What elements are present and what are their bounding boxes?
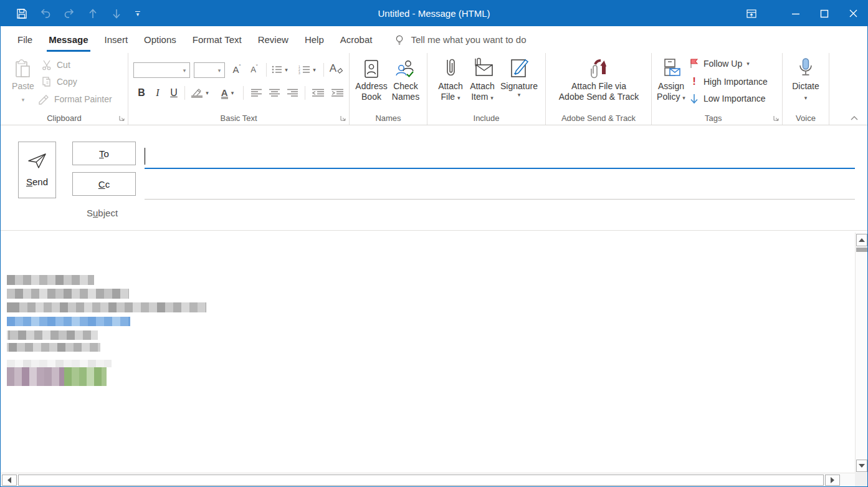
align-left-button[interactable]: [248, 85, 264, 100]
increase-indent-button[interactable]: [328, 85, 346, 100]
align-right-button[interactable]: [284, 85, 300, 100]
text-caret: [145, 148, 145, 165]
font-color-button[interactable]: A ▾: [216, 85, 239, 100]
tab-message[interactable]: Message: [41, 26, 96, 53]
vertical-scrollbar[interactable]: [855, 233, 867, 473]
clear-formatting-button[interactable]: A: [327, 61, 346, 75]
tags-dialog-launcher-icon[interactable]: [772, 114, 780, 122]
font-name-combo[interactable]: ▾: [133, 62, 190, 78]
copy-icon: [41, 76, 53, 87]
scroll-down-button[interactable]: [856, 460, 867, 472]
voice-group-label: Voice: [783, 113, 829, 123]
undo-icon[interactable]: [38, 6, 53, 21]
signature-button[interactable]: Signature ▾: [498, 57, 540, 98]
underline-button[interactable]: U: [167, 85, 181, 100]
paste-button: Paste ▾: [9, 57, 37, 103]
scroll-right-icon: [831, 477, 834, 483]
include-group-label: Include: [427, 113, 545, 123]
numbering-button[interactable]: 123 ▾: [295, 62, 319, 77]
check-names-icon: [395, 57, 416, 80]
send-button[interactable]: Send: [18, 142, 56, 198]
adobe-attach-label-1: Attach File via: [571, 81, 626, 92]
tab-options[interactable]: Options: [136, 26, 184, 53]
grow-font-button[interactable]: Aˆ: [229, 62, 245, 77]
format-painter-button: Format Painter: [38, 94, 112, 105]
clipboard-dialog-launcher-icon[interactable]: [118, 114, 126, 122]
signature-icon: [508, 57, 530, 80]
low-importance-button[interactable]: Low Importance: [689, 93, 766, 104]
ribbon: Paste ▾ Cut Copy: [1, 53, 867, 125]
check-names-label-2: Names: [392, 92, 419, 102]
to-input[interactable]: [145, 145, 855, 169]
message-header: Send To Cc Subject: [1, 125, 867, 231]
tab-insert[interactable]: Insert: [97, 26, 136, 53]
decrease-indent-button[interactable]: [309, 85, 327, 100]
message-body[interactable]: [1, 231, 867, 473]
horizontal-scrollbar[interactable]: [1, 473, 855, 486]
attach-item-button[interactable]: Attach Item ▾: [467, 57, 497, 102]
save-icon[interactable]: [14, 6, 29, 21]
maximize-button[interactable]: [810, 1, 839, 26]
low-importance-icon: [689, 93, 699, 104]
font-size-combo[interactable]: ▾: [194, 62, 225, 78]
redo-icon[interactable]: [62, 6, 77, 21]
cut-icon: [41, 59, 53, 70]
font-color-icon: A: [221, 87, 228, 99]
italic-icon: I: [156, 87, 159, 99]
highlight-color-button[interactable]: ▾: [189, 85, 211, 100]
previous-item-icon[interactable]: [85, 6, 100, 21]
align-center-button[interactable]: [266, 85, 282, 100]
names-group-label: Names: [350, 113, 427, 123]
bold-button[interactable]: B: [135, 85, 148, 100]
tab-acrobat[interactable]: Acrobat: [332, 26, 381, 53]
scroll-left-button[interactable]: [2, 475, 17, 486]
follow-up-button[interactable]: Follow Up ▾: [689, 58, 750, 69]
subject-input[interactable]: [145, 203, 855, 224]
basic-text-group-label: Basic Text: [128, 113, 349, 123]
horizontal-scroll-thumb[interactable]: [18, 475, 824, 486]
to-button[interactable]: To: [72, 142, 136, 165]
minimize-button[interactable]: [781, 1, 810, 26]
collapse-ribbon-icon[interactable]: [850, 115, 859, 121]
scroll-right-button[interactable]: [825, 475, 840, 486]
next-item-icon[interactable]: [109, 6, 124, 21]
check-names-button[interactable]: Check Names: [389, 57, 422, 102]
clipboard-group-label: Clipboard: [1, 113, 128, 123]
ribbon-display-options-icon[interactable]: [733, 1, 770, 26]
assign-policy-label-1: Assign: [658, 81, 684, 92]
cc-input[interactable]: [145, 176, 855, 200]
subject-label: Subject: [87, 208, 118, 218]
scroll-up-icon: [859, 238, 865, 242]
scroll-up-button[interactable]: [856, 234, 867, 246]
tab-help[interactable]: Help: [297, 26, 332, 53]
customize-qat-icon[interactable]: ▾: [135, 11, 140, 16]
address-book-button[interactable]: Address Book: [356, 57, 387, 102]
vertical-scroll-thumb[interactable]: [856, 248, 867, 252]
align-center-icon: [269, 89, 280, 97]
dictate-button[interactable]: Dictate ▾: [789, 57, 823, 101]
adobe-attach-button[interactable]: Attach File via Adobe Send & Track: [551, 57, 647, 102]
copy-label: Copy: [57, 77, 77, 87]
tab-review[interactable]: Review: [250, 26, 297, 53]
adobe-attach-label-2: Adobe Send & Track: [559, 92, 639, 102]
close-button[interactable]: [839, 1, 867, 26]
tab-format-text[interactable]: Format Text: [184, 26, 250, 53]
high-importance-button[interactable]: ! High Importance: [689, 75, 768, 88]
highlight-dropdown-icon: ▾: [206, 90, 209, 96]
basic-text-dialog-launcher-icon[interactable]: [339, 114, 347, 122]
attach-file-button[interactable]: Attach File ▾: [436, 57, 465, 102]
tell-me-box[interactable]: Tell me what you want to do: [394, 34, 526, 46]
dictate-mic-icon: [795, 57, 816, 80]
assign-policy-button[interactable]: Assign Policy ▾: [656, 57, 687, 102]
follow-up-label: Follow Up: [703, 59, 742, 69]
italic-button[interactable]: I: [151, 85, 165, 100]
tab-file[interactable]: File: [9, 26, 41, 53]
underline-icon: U: [170, 87, 178, 99]
bullets-button[interactable]: ▾: [269, 62, 290, 77]
shrink-font-button[interactable]: Aˇ: [246, 62, 262, 77]
follow-up-dropdown-icon: ▾: [746, 60, 750, 67]
font-color-dropdown-icon: ▾: [231, 90, 234, 96]
cc-button[interactable]: Cc: [72, 172, 136, 196]
assign-policy-icon: [660, 57, 682, 80]
send-label: Send: [26, 176, 48, 187]
